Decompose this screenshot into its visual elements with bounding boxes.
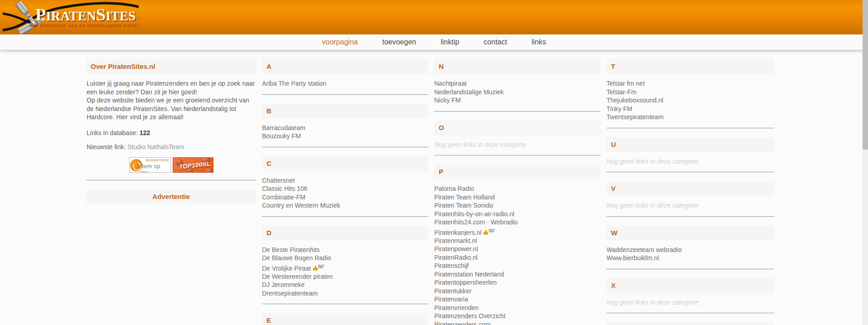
section-header-T: T	[606, 59, 774, 74]
site-link[interactable]: Piratenhits24.com - Webradio	[434, 218, 601, 227]
site-link[interactable]: Piratenhits-by-on-air-radio.nl	[434, 210, 601, 218]
site-link[interactable]: Ariba The Party station	[262, 79, 428, 88]
site-link[interactable]: Country en Western Muziek	[262, 201, 428, 210]
scrollbar-thumb[interactable]	[863, 0, 868, 150]
site-link[interactable]: Nicky FM	[434, 96, 601, 105]
site-link[interactable]: De Beste Piratenhits	[262, 246, 428, 254]
site-link[interactable]: Paloma Radio	[434, 184, 601, 193]
section-header-D: D	[262, 226, 428, 240]
links-list-W: Waddenzeeteam webradioWww.bierbuikfm.nl	[606, 246, 774, 269]
site-link[interactable]: Nachtpiraat	[434, 79, 601, 88]
site-link[interactable]: Tinky FM	[606, 105, 774, 113]
top100nl-banner[interactable]: TOP100NL	[173, 157, 213, 173]
site-link[interactable]: Piratentukker	[434, 287, 601, 296]
muziektop50-top-text: MUZIEKTOP50	[145, 159, 169, 162]
divider	[86, 180, 256, 180]
site-link[interactable]: Piratentoppersheerlen	[434, 278, 601, 287]
links-list-T: Telstar fm netTelstar-FmThejukeboxsound.…	[606, 79, 774, 128]
section-header-W: W	[606, 226, 774, 240]
site-link[interactable]: Bouzouky FM	[262, 132, 428, 141]
site-link[interactable]: Piratenstation Nederland	[434, 270, 601, 279]
site-link[interactable]: Piratenmarkt.nl	[434, 237, 601, 245]
site-link[interactable]: Nederlandstalige Muziek	[434, 88, 601, 97]
site-link[interactable]: Piratenzenders.com	[434, 320, 601, 325]
links-list-C: ChattersnetClassic Hits 106Combinatie-FM…	[262, 176, 428, 216]
site-link[interactable]: Thejukeboxsound.nl	[606, 96, 774, 105]
empty-category-text: Nog geen links in deze categorie	[606, 298, 774, 313]
site-link[interactable]: Piratenkanjers.nltip!	[434, 227, 601, 237]
site-link[interactable]: Piratenzenders Overzicht	[434, 312, 601, 320]
site-link[interactable]: Classic Hits 106	[262, 184, 428, 193]
logo-tld: .NL	[137, 14, 139, 21]
tip-label: tip!	[489, 228, 495, 233]
site-link[interactable]: Barracudateam	[262, 124, 428, 132]
site-link[interactable]: De Vrolijke Piraattip!	[262, 262, 428, 272]
site-link[interactable]: Www.bierbuikfm.nl	[606, 254, 774, 262]
site-link[interactable]: Telstar fm net	[606, 79, 774, 88]
site-link[interactable]: De Blauwe Bogen Radio	[262, 254, 428, 262]
site-link[interactable]: Piratenschijf	[434, 262, 601, 270]
links-in-database-label: Links in database:	[87, 129, 138, 136]
content-area: Over PiratenSites.nl Luister jij graag n…	[86, 59, 776, 325]
section-header-Y: Y	[606, 322, 774, 325]
site-link[interactable]: Piratenvaria	[434, 295, 601, 304]
site-link[interactable]: Piratenpower.nl	[434, 245, 601, 253]
divider	[262, 94, 428, 95]
directory-column-2: NNachtpiraatNederlandstalige MuziekNicky…	[434, 59, 601, 325]
section-header-P: P	[434, 165, 601, 179]
divider	[434, 111, 601, 112]
section-header-O: O	[434, 121, 601, 135]
site-link[interactable]: Drentsepiratenteam	[262, 289, 428, 298]
section-header-X: X	[606, 278, 774, 293]
tip-label: tip!	[318, 264, 324, 269]
site-link[interactable]: Twentsepiratenteam	[606, 113, 774, 121]
site-logo[interactable]: PIRATENSITES PIRATENSITES.NL HET OVERZIC…	[3, 1, 139, 34]
nav-item-contact[interactable]: contact	[484, 38, 507, 46]
divider	[262, 216, 428, 217]
site-link[interactable]: Combinatie-FM	[262, 193, 428, 202]
newest-link-line: Nieuwste link: Studio NathalsTeam	[87, 143, 256, 151]
divider	[606, 172, 774, 172]
links-list-N: NachtpiraatNederlandstalige MuziekNicky …	[434, 79, 601, 111]
site-header: PIRATENSITES PIRATENSITES.NL HET OVERZIC…	[0, 0, 868, 34]
section-header-C: C	[262, 156, 428, 171]
section-header-E: E	[262, 313, 428, 325]
logo-title: PIRATENSITES.NL	[35, 5, 139, 24]
site-link[interactable]: PiratenRadio.nl	[434, 253, 601, 262]
newest-link[interactable]: Studio NathalsTeam	[127, 143, 184, 150]
site-link[interactable]: Telstar-Fm	[606, 88, 774, 97]
newest-link-label: Nieuwste link:	[87, 143, 126, 150]
about-column: Over PiratenSites.nl Luister jij graag n…	[86, 59, 256, 325]
divider	[262, 147, 428, 147]
divider	[606, 128, 774, 128]
site-link[interactable]: Piraten Team Holland	[434, 193, 601, 202]
section-header-U: U	[606, 137, 774, 152]
nav-item-linktip[interactable]: linktip	[441, 38, 459, 46]
banner-row: MUZIEKTOP50 stem op ons TOP100NL	[86, 157, 256, 173]
links-in-database-line: Links in database: 122	[87, 129, 256, 137]
nav-item-links[interactable]: links	[532, 38, 546, 46]
advert-title: Advertentie	[86, 189, 256, 204]
nav-item-voorpagina[interactable]: voorpagina	[322, 38, 358, 46]
section-header-A: A	[262, 59, 428, 74]
divider	[262, 304, 428, 304]
site-link[interactable]: Piraten Team Sonido	[434, 201, 601, 210]
divider	[606, 313, 774, 313]
site-link[interactable]: Chattersnet	[262, 176, 428, 185]
tip-thumb-icon	[313, 265, 318, 271]
muziektop50-banner[interactable]: MUZIEKTOP50 stem op ons	[129, 157, 171, 173]
empty-category-text: Nog geen links in deze categorie	[434, 141, 601, 155]
nav-item-toevoegen[interactable]: toevoegen	[382, 38, 416, 46]
scrollbar-track[interactable]	[863, 0, 868, 325]
divider	[606, 269, 774, 269]
site-link[interactable]: Piratenvrienden	[434, 304, 601, 312]
about-paragraph: Luister jij graag naar Piratenzenders en…	[87, 79, 256, 121]
site-link[interactable]: Waddenzeeteam webradio	[606, 246, 774, 254]
links-in-database-value: 122	[140, 129, 150, 136]
site-link[interactable]: DJ Jerommeke	[262, 281, 428, 289]
page: PIRATENSITES PIRATENSITES.NL HET OVERZIC…	[0, 0, 868, 325]
site-link[interactable]: De Westereender piraten	[262, 272, 428, 281]
empty-category-text: Nog geen links in deze categorie	[606, 157, 774, 172]
directory-column-3: TTelstar fm netTelstar-FmThejukeboxsound…	[606, 59, 774, 325]
tip-thumb-icon	[483, 229, 489, 235]
